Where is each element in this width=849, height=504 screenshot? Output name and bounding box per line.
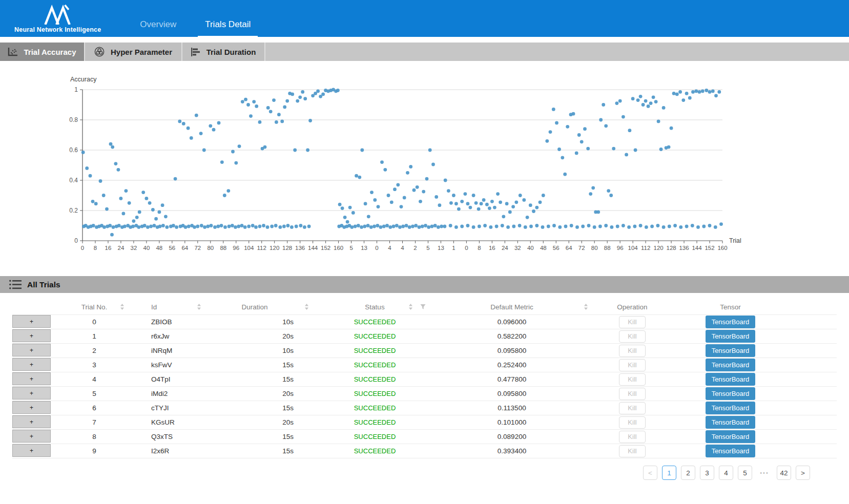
- x-tick-label: 152: [321, 245, 330, 251]
- cell-status: SUCCEEDED: [322, 401, 427, 415]
- filter-icon[interactable]: [420, 304, 426, 310]
- scatter-point: [685, 225, 689, 228]
- subtab-hyper-parameter[interactable]: Hyper Parameter: [85, 43, 182, 61]
- tensorboard-button[interactable]: TensorBoard: [706, 359, 756, 371]
- tensorboard-button[interactable]: TensorBoard: [706, 330, 756, 343]
- scatter-point: [701, 90, 705, 93]
- pagination-page-2[interactable]: 2: [681, 466, 695, 480]
- cell-duration: 10s: [215, 344, 322, 358]
- row-expander[interactable]: +: [12, 372, 51, 386]
- cell-id: I2x6R: [138, 444, 215, 458]
- scatter-point: [647, 104, 650, 108]
- tensorboard-button[interactable]: TensorBoard: [706, 430, 756, 443]
- x-tick-label: 104: [244, 245, 254, 251]
- x-tick-label: 16: [489, 245, 495, 251]
- scatter-point: [244, 98, 247, 101]
- pagination-page-42[interactable]: 42: [777, 466, 791, 480]
- scatter-point: [137, 225, 141, 229]
- scatter-point: [652, 95, 655, 99]
- kill-button[interactable]: Kill: [619, 388, 646, 400]
- scatter-point: [460, 200, 464, 203]
- scatter-point: [158, 211, 161, 214]
- kill-button[interactable]: Kill: [619, 330, 646, 343]
- cell-duration: 20s: [215, 415, 322, 429]
- scatter-point: [539, 200, 542, 204]
- column-header-trial-no[interactable]: Trial No.: [51, 299, 138, 314]
- pagination-prev-button[interactable]: <: [643, 466, 657, 480]
- scatter-point: [112, 225, 115, 229]
- section-title: All Trials: [27, 280, 60, 289]
- scatter-point: [161, 224, 165, 227]
- kill-button[interactable]: Kill: [619, 316, 646, 328]
- pagination-next-button[interactable]: >: [796, 466, 810, 480]
- scatter-point: [430, 225, 434, 228]
- scatter-point: [425, 177, 429, 181]
- tab-overview[interactable]: Overview: [133, 19, 183, 37]
- scatter-point: [111, 145, 114, 149]
- scatter-point: [153, 224, 156, 227]
- scatter-point: [587, 224, 591, 227]
- scatter-point: [591, 186, 595, 190]
- sort-icon[interactable]: [584, 303, 588, 310]
- scatter-point: [483, 224, 487, 227]
- row-expander[interactable]: +: [12, 387, 51, 401]
- scatter-point: [437, 225, 440, 229]
- scatter-point: [91, 200, 95, 203]
- kill-button[interactable]: Kill: [619, 445, 646, 457]
- pagination-page-1[interactable]: 1: [662, 466, 676, 480]
- column-header-default-metric[interactable]: Default Metric: [427, 299, 596, 314]
- column-header-id[interactable]: Id: [138, 299, 215, 314]
- scatter-point: [382, 225, 386, 228]
- scatter-point: [409, 165, 412, 169]
- tensorboard-button[interactable]: TensorBoard: [706, 402, 756, 414]
- tensorboard-button[interactable]: TensorBoard: [706, 373, 756, 386]
- sort-icon[interactable]: [120, 303, 125, 310]
- scatter-point: [512, 225, 515, 228]
- tensorboard-button[interactable]: TensorBoard: [706, 344, 756, 357]
- pagination-page-3[interactable]: 3: [700, 466, 714, 480]
- pagination-page-4[interactable]: 4: [719, 466, 733, 480]
- row-expander[interactable]: +: [12, 444, 51, 458]
- scatter-point: [589, 192, 592, 196]
- row-expander[interactable]: +: [12, 329, 51, 343]
- x-tick-label: 13: [438, 245, 444, 251]
- sort-icon[interactable]: [304, 303, 309, 310]
- kill-button[interactable]: Kill: [619, 431, 646, 443]
- row-expander[interactable]: +: [12, 358, 51, 372]
- tab-trials-detail[interactable]: Trials Detail: [198, 19, 258, 37]
- row-expander[interactable]: +: [12, 344, 51, 358]
- row-expander[interactable]: +: [12, 315, 51, 329]
- subtab-trial-accuracy[interactable]: Trial Accuracy: [0, 43, 85, 61]
- tensorboard-button[interactable]: TensorBoard: [706, 387, 756, 400]
- scatter-point: [306, 149, 309, 152]
- subtab-trial-duration[interactable]: Trial Duration: [182, 43, 265, 61]
- scatter-point: [705, 89, 708, 92]
- y-tick-label: 0.6: [69, 146, 78, 154]
- table-row: +7KGsUR20sSUCCEEDED0.101000KillTensorBoa…: [12, 415, 837, 430]
- tensorboard-button[interactable]: TensorBoard: [706, 316, 756, 328]
- cell-default-metric: 0.089200: [427, 430, 596, 444]
- column-header-duration[interactable]: Duration: [215, 299, 322, 314]
- sort-icon[interactable]: [197, 303, 201, 310]
- cell-operation: Kill: [596, 344, 668, 358]
- tensorboard-button[interactable]: TensorBoard: [706, 416, 756, 429]
- tensorboard-button[interactable]: TensorBoard: [706, 445, 756, 457]
- kill-button[interactable]: Kill: [619, 402, 646, 414]
- sort-icon[interactable]: [408, 303, 413, 310]
- row-expander[interactable]: +: [12, 430, 51, 444]
- kill-button[interactable]: Kill: [619, 416, 646, 429]
- cell-status: SUCCEEDED: [322, 344, 427, 358]
- pagination-page-5[interactable]: 5: [738, 466, 752, 480]
- kill-button[interactable]: Kill: [619, 345, 646, 357]
- kill-button[interactable]: Kill: [619, 373, 646, 386]
- detail-subtabs: Trial Accuracy Hyper Parameter Trial Dur…: [0, 43, 849, 61]
- kill-button[interactable]: Kill: [619, 359, 646, 371]
- column-header-status[interactable]: Status: [322, 299, 427, 314]
- x-tick-label: 120: [654, 245, 664, 251]
- cell-trial-no: 2: [51, 344, 138, 358]
- scatter-point: [433, 224, 437, 227]
- row-expander[interactable]: +: [12, 401, 51, 415]
- x-tick-label: 1: [452, 245, 455, 251]
- x-tick-label: 96: [617, 245, 624, 251]
- row-expander[interactable]: +: [12, 415, 51, 429]
